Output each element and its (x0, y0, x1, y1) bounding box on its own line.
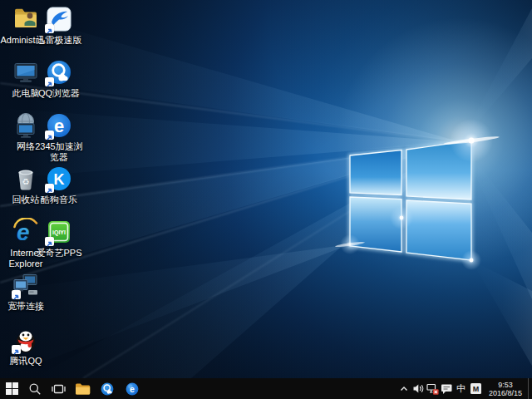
icon-label: 宽带连接 (0, 301, 52, 312)
hidden-icons-chevron[interactable] (397, 378, 411, 399)
2345-browser-icon: e (45, 111, 73, 140)
taskbar-file-explorer[interactable] (70, 378, 95, 399)
icon-label: 2345加速浏览器 (33, 141, 85, 163)
svg-text:K: K (54, 171, 65, 188)
search-icon (28, 382, 42, 396)
shortcut-arrow-icon (12, 290, 21, 299)
qq-browser-icon (45, 58, 73, 86)
shortcut-arrow-icon (12, 345, 21, 354)
shortcut-arrow-icon (45, 24, 54, 33)
file-explorer-icon (75, 382, 91, 396)
network-disconnected-icon (426, 383, 439, 395)
windows-logo-icon (6, 382, 18, 395)
svg-text:e: e (54, 116, 64, 136)
taskbar: e (0, 378, 532, 399)
taskbar-qq-browser[interactable] (95, 378, 120, 399)
system-tray: 中 M 9:53 2016/8/15 (397, 378, 532, 399)
chevron-up-icon (399, 384, 409, 394)
volume-button[interactable] (411, 378, 426, 399)
ime-mode-indicator[interactable]: 中 (454, 382, 468, 395)
svg-text:iQIYI: iQIYI (52, 229, 66, 236)
task-view-button[interactable] (47, 378, 70, 399)
search-button[interactable] (23, 378, 47, 399)
thunder-bird-icon (45, 5, 73, 33)
network-status-button[interactable] (426, 378, 440, 399)
taskbar-2345-browser[interactable]: e (120, 378, 145, 399)
shortcut-arrow-icon (45, 184, 54, 193)
iqiyi-pps-icon: iQIYI (45, 218, 73, 246)
clock-date: 2016/8/15 (489, 389, 522, 397)
message-tray-button[interactable] (440, 378, 454, 399)
icon-label: 爱奇艺PPS (33, 248, 85, 259)
icon-label: 酷狗音乐 (33, 195, 85, 205)
message-bubble-icon (441, 383, 453, 395)
shortcut-arrow-icon (45, 131, 54, 140)
icon-label: 腾讯QQ (0, 356, 52, 367)
shortcut-arrow-icon (45, 237, 54, 246)
svg-text:e: e (17, 219, 30, 245)
desktop-icon-broadband[interactable]: 宽带连接 (0, 271, 52, 312)
task-view-icon (52, 382, 66, 396)
desktop-icon-2345-browser[interactable]: e 2345加速浏览器 (33, 111, 85, 163)
svg-text:e: e (130, 383, 135, 393)
clock-time: 9:53 (489, 381, 522, 389)
broadband-connection-icon (12, 271, 40, 299)
show-desktop-button[interactable] (528, 378, 532, 399)
ime-keyboard-indicator[interactable]: M (470, 383, 481, 394)
icon-label: QQ浏览器 (33, 88, 85, 99)
desktop-icon-tencent-qq[interactable]: 腾讯QQ (0, 326, 52, 367)
qq-browser-icon (100, 382, 115, 397)
desktop-icon-thunder[interactable]: 迅雷极速版 (33, 5, 85, 46)
desktop-icon-kugou[interactable]: K 酷狗音乐 (33, 165, 85, 205)
desktop: Administra... 此电脑 (0, 0, 532, 378)
shortcut-arrow-icon (45, 77, 54, 86)
svg-text:♻: ♻ (22, 177, 30, 186)
start-button[interactable] (0, 378, 23, 399)
qq-penguin-icon (12, 326, 40, 354)
kugou-music-icon: K (45, 165, 73, 193)
taskbar-clock[interactable]: 9:53 2016/8/15 (484, 381, 528, 397)
desktop-icon-iqiyi[interactable]: iQIYI 爱奇艺PPS (33, 218, 85, 259)
icon-label: 迅雷极速版 (33, 35, 85, 46)
speaker-icon (412, 383, 424, 394)
2345-browser-icon: e (125, 382, 140, 397)
desktop-icon-qq-browser[interactable]: QQ浏览器 (33, 58, 85, 99)
